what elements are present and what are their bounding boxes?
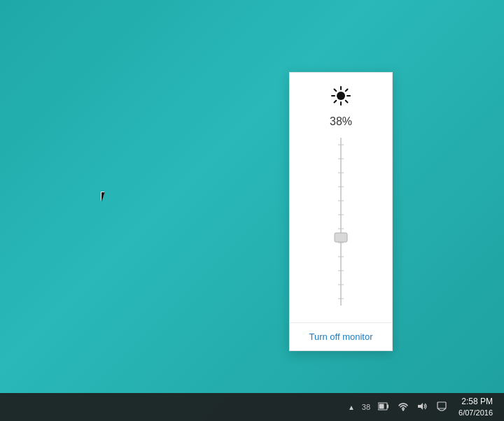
popup-content: 38% xyxy=(290,73,392,322)
slider-track-svg xyxy=(334,138,348,306)
brightness-slider[interactable] xyxy=(334,138,348,306)
svg-line-6 xyxy=(346,101,348,103)
volume-icon[interactable] xyxy=(415,401,430,413)
svg-line-8 xyxy=(335,101,337,103)
brightness-popup: 38% xyxy=(289,72,393,351)
svg-rect-25 xyxy=(379,404,384,409)
desktop: 38% xyxy=(0,0,504,421)
clock-date: 6/07/2016 xyxy=(458,408,493,418)
clock-time: 2:58 PM xyxy=(461,396,493,408)
taskbar-right-section: ▲ 38 xyxy=(346,393,504,421)
brightness-percent: 38% xyxy=(330,115,352,128)
svg-marker-27 xyxy=(418,403,423,410)
turn-off-monitor-button[interactable]: Turn off monitor xyxy=(290,322,392,350)
notification-icon[interactable] xyxy=(435,401,449,413)
system-tray-expand-button[interactable]: ▲ xyxy=(346,404,356,411)
svg-point-26 xyxy=(402,408,405,411)
taskbar: ▲ 38 xyxy=(0,393,504,421)
mouse-cursor xyxy=(101,192,109,204)
svg-line-7 xyxy=(346,90,348,92)
svg-rect-22 xyxy=(335,233,347,242)
brightness-icon xyxy=(330,85,351,110)
network-icon[interactable] xyxy=(396,401,411,413)
battery-percentage: 38 xyxy=(360,403,372,411)
svg-rect-24 xyxy=(387,405,388,408)
system-clock[interactable]: 2:58 PM 6/07/2016 xyxy=(453,396,498,418)
svg-line-5 xyxy=(335,90,337,92)
battery-icon[interactable] xyxy=(376,401,391,413)
svg-rect-28 xyxy=(438,402,446,408)
svg-point-0 xyxy=(337,92,345,100)
